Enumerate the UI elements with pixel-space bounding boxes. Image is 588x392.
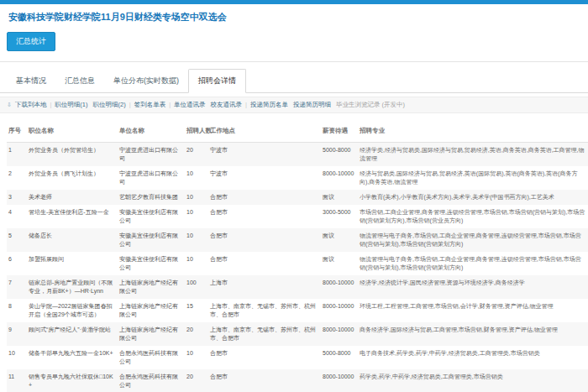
cell-no: 2: [7, 166, 27, 190]
cell-location: 合肥市: [208, 369, 321, 392]
cell-no: 1: [7, 143, 27, 167]
cell-no: 4: [7, 205, 27, 228]
cell-position: 管培生-美宜佳便利店-五险一金: [27, 205, 118, 228]
table-row: 11销售专员早九晚六社保双休□10K+合肥永鸿医药科技有限公司20合肥市8000…: [7, 369, 588, 392]
cell-position: 顾问式“房产经纪人”·黄渤学院站: [27, 322, 118, 346]
cell-majors: 药学类,药学,中药学,经济贸易类,工商管理类,市场营销类: [358, 369, 588, 392]
cell-majors: 物流管理与电子商务,市场营销,工商企业管理,商务管理,连锁经营管理,市场营销,市…: [358, 228, 588, 252]
cell-position: 外贸业务员（腾飞计划生）: [27, 166, 118, 190]
export-link[interactable]: 校友通讯录: [211, 101, 243, 108]
table-row: 10储备干部早九晚六五险一金10K+合肥永鸿医药科技有限公司10合肥市5000-…: [7, 346, 588, 369]
cell-count: 100: [185, 275, 208, 299]
export-link[interactable]: 投递简历明细: [293, 101, 331, 108]
cell-count: 10: [185, 346, 208, 369]
cell-salary: 8000-10000: [321, 166, 358, 190]
cell-location: 宁波市: [208, 166, 321, 190]
column-header: 序号: [7, 122, 27, 143]
cell-majors: 物流管理与电子商务,市场营销,工商企业管理,商务管理,连锁经营管理,市场营销,市…: [358, 252, 588, 275]
section-divider: [0, 61, 588, 62]
cell-salary: 5000-8000: [321, 346, 358, 369]
cell-count: 15: [185, 299, 208, 322]
cell-company: 艺朝艺夕教育科技集团: [118, 190, 185, 205]
table-row: 6加盟拓展顾问安徽美宜佳便利店有限公司10合肥市面议物流管理与电子商务,市场营销…: [7, 252, 588, 275]
cell-majors: 小学教育(美术),小学教育(美术方向),美术学,美术学(中国书画方向),工艺美术: [358, 190, 588, 205]
cell-location: 合肥市: [208, 205, 321, 228]
cell-no: 10: [7, 346, 27, 369]
cell-count: 10: [185, 190, 208, 205]
cell-count: 10: [185, 166, 208, 190]
cell-salary: 5000-8000: [321, 143, 358, 167]
summary-statistics-button[interactable]: 汇总统计: [7, 32, 55, 51]
cell-company: 安徽美宜佳便利店有限公司: [118, 205, 185, 228]
cell-no: 5: [7, 228, 27, 252]
cell-no: 3: [7, 190, 27, 205]
cell-company: 安徽美宜佳便利店有限公司: [118, 252, 185, 275]
cell-position: 储备干部早九晚六五险一金10K+: [27, 346, 118, 369]
export-links-bar: ⇩下载到本地|职位明细(1)职位明细(2)|签到名单表|单位通讯录校友通讯录|投…: [0, 97, 588, 113]
column-header: 职位名称: [27, 122, 118, 143]
export-link[interactable]: 职位明细(1): [55, 101, 87, 108]
cell-count: 10: [185, 228, 208, 252]
table-row: 1外贸业务员（外贸管培生）宁波亚虎进出口有限公司20宁波市5000-8000经济…: [7, 143, 588, 167]
cell-salary: 8000-10000: [321, 299, 358, 322]
cell-count: 20: [185, 143, 208, 167]
export-link[interactable]: 单位通讯录: [174, 101, 206, 108]
cell-location: 合肥市: [208, 190, 321, 205]
cell-count: 20: [185, 369, 208, 392]
export-link[interactable]: 投递简历名单: [250, 101, 288, 108]
cell-majors: 经济与贸易类,国际经济与贸易,贸易经济,英语(国际贸易),英语(商务英语),英语…: [358, 166, 588, 190]
tab-bar: 基本情况汇总信息单位分布(实时数据)招聘会详情: [0, 68, 588, 93]
tab-item[interactable]: 单位分布(实时数据): [104, 70, 188, 92]
export-link-disabled: 毕业生浏览记录 (开发中): [336, 101, 405, 108]
table-header: 序号职位名称单位名称招聘人数工作地点薪资待遇招聘专业: [7, 122, 588, 143]
cell-salary: 3000-5000: [321, 205, 358, 228]
cell-majors: 电子商务技术,药学类,药学,中药学,经济贸易类,工商管理类,市场营销类: [358, 346, 588, 369]
cell-company: 宁波亚虎进出口有限公司: [118, 166, 185, 190]
cell-salary: 8000-10000: [321, 322, 358, 346]
cell-salary: 面议: [321, 228, 358, 252]
cell-position: 美术老师: [27, 190, 118, 205]
cell-majors: 环境工程,工程管理,工商管理,市场营销,会计学,财务管理,资产评估,物业管理: [358, 299, 588, 322]
cell-location: 上海市: [208, 275, 321, 299]
cell-count: 10: [185, 252, 208, 275]
table-row: 8黄山学院—2022届链家集团春招开启（全国29个城市可选）上海链家房地产经纪有…: [7, 299, 588, 322]
tab-item[interactable]: 基本情况: [7, 70, 55, 92]
export-link[interactable]: 签到名单表: [134, 101, 166, 108]
tab-item[interactable]: 汇总信息: [55, 70, 104, 92]
cell-location: 上海市、南京市、无锡市、苏州市、杭州市、合肥市: [208, 299, 321, 322]
cell-company: 上海链家房地产经纪有限公司: [118, 275, 185, 299]
table-row: 5储备店长安徽美宜佳便利店有限公司10合肥市面议物流管理与电子商务,市场营销,工…: [7, 228, 588, 252]
export-link[interactable]: 职位明细(2): [93, 101, 126, 108]
tab-item[interactable]: 招聘会详情: [188, 69, 246, 93]
cell-company: 宁波亚虎进出口有限公司: [118, 143, 185, 167]
cell-majors: 经济学,经济统计学,国民经济管理,资源与环境经济学,商务经济学: [358, 275, 588, 299]
cell-no: 9: [7, 322, 27, 346]
cell-majors: 经济学类,经济与贸易类,国际经济与贸易,贸易经济,英语,商务英语,商务英语,工商…: [358, 143, 588, 167]
cell-company: 合肥永鸿医药科技有限公司: [118, 346, 185, 369]
column-header: 单位名称: [118, 122, 185, 143]
cell-company: 上海链家房地产经纪有限公司: [118, 299, 185, 322]
cell-company: 安徽美宜佳便利店有限公司: [118, 228, 185, 252]
cell-count: 10: [185, 205, 208, 228]
cell-no: 7: [7, 275, 27, 299]
cell-company: 上海链家房地产经纪有限公司: [118, 322, 185, 346]
cell-majors: 市场营销,工商企业管理,商务管理,连锁经营管理,市场营销,市场营销(营销与策划)…: [358, 205, 588, 228]
link-separator: |: [169, 101, 171, 108]
table-row: 3美术老师艺朝艺夕教育科技集团10合肥市面议小学教育(美术),小学教育(美术方向…: [7, 190, 588, 205]
table-row: 4管培生-美宜佳便利店-五险一金安徽美宜佳便利店有限公司10合肥市3000-50…: [7, 205, 588, 228]
column-header: 薪资待遇: [321, 122, 358, 143]
column-header: 工作地点: [208, 122, 321, 143]
cell-location: 宁波市: [208, 143, 321, 167]
cell-position: 储备店长: [27, 228, 118, 252]
export-link[interactable]: 下载到本地: [15, 101, 47, 108]
positions-table: 序号职位名称单位名称招聘人数工作地点薪资待遇招聘专业 1外贸业务员（外贸管培生）…: [7, 122, 588, 392]
cell-position: 加盟拓展顾问: [27, 252, 118, 275]
cell-salary: 面议: [321, 252, 358, 275]
page-title: 安徽科技学院财经学院11月9日财经类专场空中双选会: [0, 4, 588, 27]
cell-location: 合肥市: [208, 228, 321, 252]
cell-no: 11: [7, 369, 27, 392]
cell-location: 合肥市: [208, 346, 321, 369]
link-separator: |: [245, 101, 247, 108]
cell-salary: 8000-10000: [321, 369, 358, 392]
link-separator: |: [129, 101, 131, 108]
